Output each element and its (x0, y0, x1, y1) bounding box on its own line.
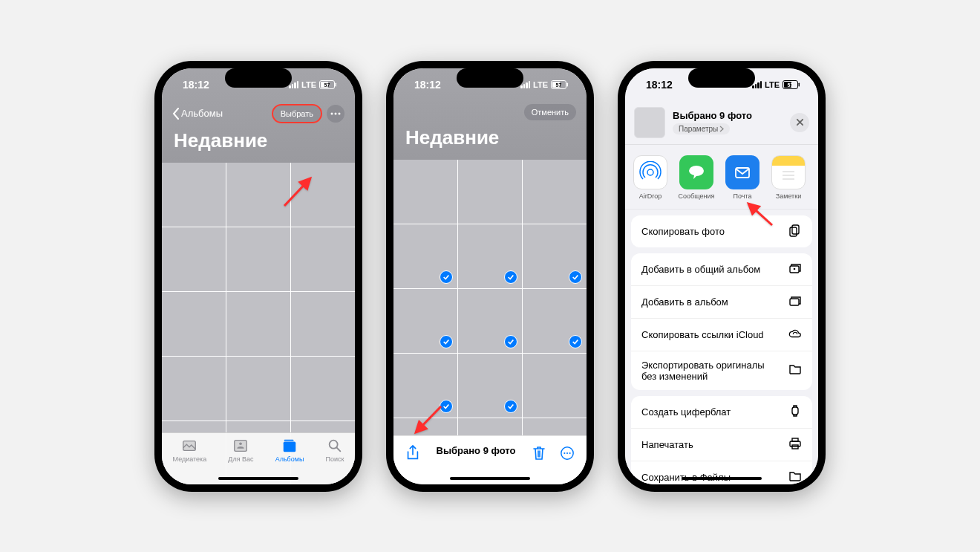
home-indicator[interactable] (450, 477, 530, 480)
action-watchface[interactable]: Создать циферблат (631, 396, 812, 429)
photo-cell[interactable] (523, 160, 587, 224)
photo-cell[interactable] (458, 224, 522, 288)
status-right: LTE 57 (289, 80, 337, 89)
photo-cell[interactable] (458, 354, 522, 418)
album-icon (788, 294, 802, 310)
battery-icon: 57 (319, 80, 337, 89)
status-time: 18:12 (183, 79, 209, 91)
photo-cell[interactable] (458, 289, 522, 353)
photo-cell[interactable] (393, 224, 457, 288)
dynamic-island (225, 68, 292, 88)
check-icon (569, 270, 582, 284)
photo-cell[interactable] (162, 357, 226, 421)
svg-text:57: 57 (556, 82, 562, 88)
carrier: LTE (533, 80, 548, 89)
phone-3: 18:12 LTE 57 Выбрано 9 фото Параметры (618, 61, 826, 492)
dynamic-island (457, 68, 523, 88)
svg-point-21 (566, 452, 568, 453)
folder-icon (788, 363, 802, 378)
status-right: LTE 57 (752, 80, 800, 89)
photo-cell[interactable] (458, 160, 522, 224)
photo-cell[interactable] (162, 163, 226, 227)
phone-1: 18:12 LTE 57 Альбомы Выбрать (154, 61, 362, 492)
photo-cell[interactable] (226, 292, 290, 356)
selection-count: Выбрано 9 фото (437, 445, 516, 456)
photo-cell[interactable] (226, 357, 290, 421)
photo-cell[interactable] (523, 289, 587, 353)
photo-cell[interactable] (291, 292, 355, 356)
airdrop-icon (633, 155, 667, 189)
page-title: Недавние (162, 126, 355, 155)
close-button[interactable] (790, 113, 809, 132)
check-icon (504, 335, 517, 348)
svg-point-27 (647, 169, 653, 175)
share-app-more[interactable]: То (817, 155, 818, 200)
photo-cell[interactable] (226, 163, 290, 227)
back-button[interactable]: Альбомы (172, 108, 223, 120)
svg-point-22 (569, 452, 571, 453)
home-indicator[interactable] (218, 477, 298, 480)
svg-rect-30 (790, 227, 797, 236)
photo-cell[interactable] (226, 227, 290, 291)
photo-cell[interactable] (162, 292, 226, 356)
action-save-files[interactable]: Сохранить в Файлы (631, 461, 812, 484)
photo-cell[interactable] (393, 354, 457, 418)
action-copy-photo[interactable]: Скопировать фото (631, 215, 812, 247)
check-icon (440, 270, 453, 284)
cancel-button[interactable]: Отменить (524, 104, 576, 120)
share-thumbnail (634, 107, 665, 138)
svg-text:57: 57 (324, 82, 330, 88)
more-circle-button[interactable] (560, 445, 575, 464)
action-add-album[interactable]: Добавить в альбом (631, 286, 812, 319)
share-app-airdrop[interactable]: AirDrop (633, 155, 668, 200)
action-add-shared[interactable]: Добавить в общий альбом (631, 253, 812, 286)
back-label: Альбомы (181, 108, 223, 119)
copy-icon (788, 224, 802, 239)
svg-rect-25 (799, 82, 800, 86)
svg-point-4 (331, 112, 333, 114)
svg-point-20 (564, 452, 565, 453)
select-button[interactable]: Выбрать (272, 104, 322, 123)
page-title: Недавние (393, 123, 587, 152)
more-button[interactable] (327, 105, 344, 123)
notes-icon (771, 155, 806, 189)
photo-cell[interactable] (523, 354, 587, 418)
folder-icon (788, 470, 802, 484)
action-copy-icloud[interactable]: Скопировать ссылки iCloud (631, 319, 812, 351)
action-print[interactable]: Напечатать (631, 429, 812, 461)
messages-icon (679, 155, 713, 189)
carrier: LTE (765, 80, 780, 89)
photo-cell[interactable] (291, 357, 355, 421)
share-app-notes[interactable]: Заметки (771, 155, 806, 200)
photo-cell[interactable] (291, 227, 355, 291)
action-export-originals[interactable]: Экспортировать оригиналы без изменений (631, 351, 812, 390)
photo-cell[interactable] (393, 160, 457, 224)
svg-rect-9 (235, 440, 247, 451)
svg-rect-34 (792, 407, 798, 415)
print-icon (788, 437, 802, 452)
photo-cell[interactable] (291, 163, 355, 227)
phone-2: 18:12 LTE 57 Отменить Недавние (386, 61, 594, 492)
photo-cell[interactable] (523, 224, 587, 288)
svg-point-32 (794, 267, 796, 270)
check-icon (440, 335, 453, 348)
svg-rect-36 (792, 438, 798, 441)
photo-cell[interactable] (393, 289, 457, 353)
status-time: 18:12 (646, 79, 673, 91)
share-title: Выбрано 9 фото (673, 110, 783, 121)
carrier: LTE (301, 80, 316, 89)
check-icon (440, 400, 453, 413)
tab-search[interactable]: Поиск (326, 438, 344, 484)
status-right: LTE 57 (520, 80, 569, 89)
svg-point-14 (330, 440, 338, 448)
params-button[interactable]: Параметры (673, 123, 730, 134)
check-icon (504, 400, 517, 413)
share-button[interactable] (405, 445, 420, 464)
photo-cell[interactable] (162, 227, 226, 291)
tab-library[interactable]: Медиатека (173, 438, 207, 484)
trash-button[interactable] (532, 445, 546, 464)
home-indicator[interactable] (682, 477, 762, 480)
svg-rect-2 (336, 82, 337, 86)
share-app-messages[interactable]: Сообщения (679, 155, 714, 200)
share-app-mail[interactable]: Почта (725, 155, 760, 200)
